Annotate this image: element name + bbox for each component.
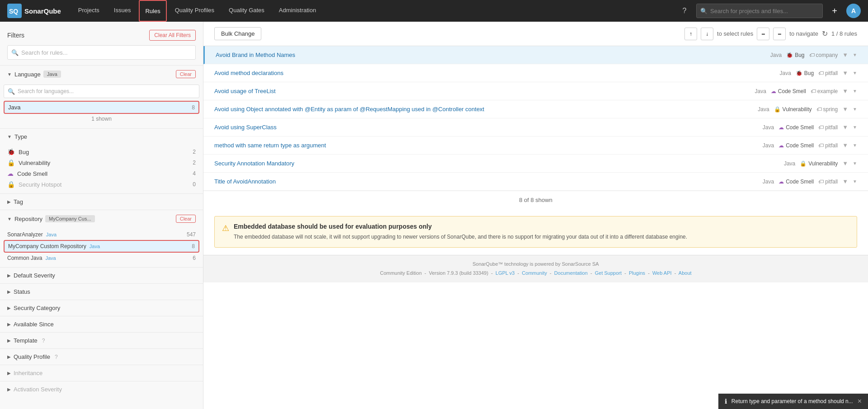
chevron-right-icon: ▶ xyxy=(7,338,11,343)
repo-count: 8 xyxy=(192,243,195,249)
rule-row[interactable]: Title of AvoidAnnotation Java ☁ Code Sme… xyxy=(203,173,868,191)
filter-icon[interactable]: ▼ xyxy=(842,106,848,113)
type-codesmell-item[interactable]: ☁ Code Smell 4 xyxy=(4,168,199,179)
dropdown-icon[interactable]: ▼ xyxy=(853,179,857,184)
footer-plugins-link[interactable]: Plugins xyxy=(629,270,645,276)
top-navigation: SQ SonarQube Projects Issues Rules Quali… xyxy=(0,0,868,22)
footer-license-link[interactable]: LGPL v3 xyxy=(495,270,514,276)
rule-tag: 🏷 pitfall xyxy=(818,179,838,185)
create-button[interactable]: + xyxy=(827,4,842,18)
filter-icon[interactable]: ▼ xyxy=(842,124,848,131)
filter-icon[interactable]: ▼ xyxy=(842,70,848,76)
search-language-box[interactable]: 🔍 xyxy=(4,85,199,98)
nav-next-button[interactable]: – xyxy=(773,28,786,40)
available-since-header[interactable]: ▶ Available Since xyxy=(0,316,203,332)
repo-commonjava-item[interactable]: Common Java Java 6 xyxy=(4,253,199,263)
select-down-button[interactable]: ↓ xyxy=(701,28,713,40)
select-up-button[interactable]: ↑ xyxy=(684,28,697,40)
rule-title[interactable]: Avoid using SuperClass xyxy=(214,124,277,131)
footer-documentation-link[interactable]: Documentation xyxy=(554,270,588,276)
nav-quality-profiles[interactable]: Quality Profiles xyxy=(169,0,221,22)
repo-sonaranalyzer-item[interactable]: SonarAnalyzer Java 547 xyxy=(4,229,199,240)
footer-community-link[interactable]: Community xyxy=(522,270,547,276)
help-button[interactable]: ? xyxy=(677,4,692,18)
security-category-header[interactable]: ▶ Security Category xyxy=(0,300,203,316)
dropdown-icon[interactable]: ▼ xyxy=(853,71,857,75)
dropdown-icon[interactable]: ▼ xyxy=(853,89,857,94)
rule-row[interactable]: Security Annotation Mandatory Java 🔒 Vul… xyxy=(203,155,868,173)
dropdown-icon[interactable]: ▼ xyxy=(853,161,857,166)
template-header[interactable]: ▶ Template ? xyxy=(0,333,203,348)
dropdown-icon[interactable]: ▼ xyxy=(853,143,857,148)
app-logo[interactable]: SQ SonarQube xyxy=(7,4,61,18)
repository-clear-button[interactable]: Clear xyxy=(176,215,196,223)
type-bug-item[interactable]: 🐞 Bug 2 xyxy=(4,146,199,157)
notification-close-button[interactable]: × xyxy=(858,397,862,405)
repo-lang: Java xyxy=(44,255,56,261)
language-clear-button[interactable]: Clear xyxy=(176,70,196,78)
rule-title[interactable]: Avoid Brand in Method Names xyxy=(216,52,295,58)
refresh-icon[interactable]: ↻ xyxy=(822,29,828,38)
footer-about-link[interactable]: About xyxy=(679,270,692,276)
tag-icon: 🏷 xyxy=(818,179,824,185)
chevron-right-icon: ▶ xyxy=(7,354,11,359)
dropdown-icon[interactable]: ▼ xyxy=(853,52,857,57)
nav-quality-gates[interactable]: Quality Gates xyxy=(222,0,271,22)
global-search[interactable]: 🔍 xyxy=(696,4,823,18)
rule-row[interactable]: Avoid Brand in Method Names Java 🐞 Bug 🏷… xyxy=(203,46,868,64)
filter-icon[interactable]: ▼ xyxy=(842,88,848,94)
nav-issues[interactable]: Issues xyxy=(108,0,137,22)
footer-webapi-link[interactable]: Web API xyxy=(652,270,672,276)
language-java-item[interactable]: Java 8 xyxy=(4,101,199,114)
type-filter-header[interactable]: ▼ Type xyxy=(0,129,203,145)
clear-all-filters-button[interactable]: Clear All Filters xyxy=(149,30,196,41)
rule-row[interactable]: Avoid using SuperClass Java ☁ Code Smell… xyxy=(203,118,868,136)
bulk-change-button[interactable]: Bulk Change xyxy=(214,27,261,40)
language-filter-header[interactable]: ▼ Language Java Clear xyxy=(0,66,203,83)
nav-rules[interactable]: Rules xyxy=(139,0,166,22)
filter-icon[interactable]: ▼ xyxy=(842,52,848,58)
dropdown-icon[interactable]: ▼ xyxy=(853,125,857,130)
footer-edition: Community Edition xyxy=(380,270,421,276)
quality-profile-header[interactable]: ▶ Quality Profile ? xyxy=(0,349,203,365)
rule-title[interactable]: Avoid using Object annotated with @Entit… xyxy=(214,106,484,113)
type-hotspot-count: 0 xyxy=(193,181,196,188)
rule-lang: Java xyxy=(763,124,774,131)
search-rules-input[interactable] xyxy=(21,49,192,56)
user-avatar[interactable]: A xyxy=(846,4,861,18)
rule-title[interactable]: Avoid method declarations xyxy=(214,70,283,76)
repo-mycompany-item[interactable]: MyCompany Custom Repository Java 8 xyxy=(4,240,199,253)
rule-title[interactable]: Title of AvoidAnnotation xyxy=(214,178,276,185)
type-vulnerability-item[interactable]: 🔒 Vulnerability 2 xyxy=(4,157,199,168)
page-footer: SonarQube™ technology is powered by Sona… xyxy=(203,255,868,282)
rule-title[interactable]: method with same return type as argument xyxy=(214,142,326,149)
filters-sidebar: Filters Clear All Filters 🔍 ▼ Language J… xyxy=(0,22,203,409)
filter-icon[interactable]: ▼ xyxy=(842,178,848,185)
rule-title[interactable]: Security Annotation Mandatory xyxy=(214,160,294,167)
filter-icon[interactable]: ▼ xyxy=(842,142,848,149)
search-rules-box[interactable]: 🔍 xyxy=(7,45,196,60)
footer-support-link[interactable]: Get Support xyxy=(595,270,622,276)
rule-type-badge: ☁ Code Smell xyxy=(771,88,806,94)
dropdown-icon[interactable]: ▼ xyxy=(853,107,857,112)
nav-administration[interactable]: Administration xyxy=(273,0,322,22)
nav-projects[interactable]: Projects xyxy=(72,0,106,22)
rule-row[interactable]: Avoid usage of TreeList Java ☁ Code Smel… xyxy=(203,82,868,100)
status-header[interactable]: ▶ Status xyxy=(0,284,203,300)
security-category-section: ▶ Security Category xyxy=(0,300,203,316)
type-bug-label: Bug xyxy=(19,149,29,155)
filter-icon[interactable]: ▼ xyxy=(842,160,848,167)
repository-filter-header[interactable]: ▼ Repository MyCompany Cus... Clear xyxy=(0,210,203,227)
search-language-input[interactable] xyxy=(18,88,195,94)
rule-title[interactable]: Avoid usage of TreeList xyxy=(214,88,276,94)
rule-row[interactable]: Avoid method declarations Java 🐞 Bug 🏷 p… xyxy=(203,64,868,82)
rule-row[interactable]: method with same return type as argument… xyxy=(203,136,868,155)
type-hotspot-item[interactable]: 🔒 Security Hotspot 0 xyxy=(4,179,199,190)
default-severity-header[interactable]: ▶ Default Severity xyxy=(0,268,203,283)
tag-filter-header[interactable]: ▶ Tag xyxy=(0,194,203,210)
rule-type-text: Vulnerability xyxy=(808,160,838,167)
global-search-input[interactable] xyxy=(710,8,819,14)
nav-prev-button[interactable]: – xyxy=(757,28,769,40)
rule-tag-text: example xyxy=(817,88,838,94)
rule-row[interactable]: Avoid using Object annotated with @Entit… xyxy=(203,100,868,118)
